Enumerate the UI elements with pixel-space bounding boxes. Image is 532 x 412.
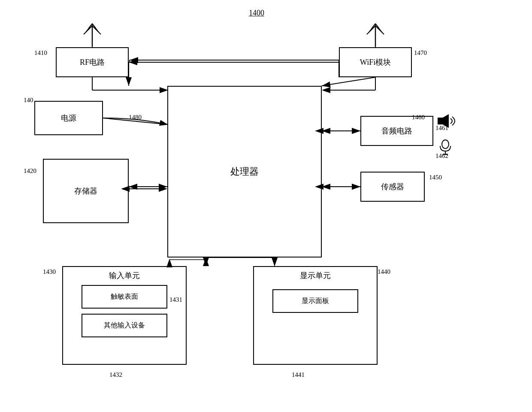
- svg-line-38: [92, 24, 99, 32]
- ref-140: 140: [24, 97, 33, 104]
- svg-line-6: [92, 26, 101, 34]
- ref-1470: 1470: [414, 49, 427, 57]
- sensor-label: 传感器: [381, 182, 404, 192]
- svg-line-37: [86, 24, 92, 32]
- svg-line-12: [371, 26, 375, 30]
- power-box: 电源: [34, 101, 103, 135]
- ref-1480: 1480: [129, 114, 142, 121]
- rf-box: RF电路: [56, 47, 129, 77]
- audio-label: 音频电路: [381, 126, 412, 136]
- svg-line-44: [372, 24, 375, 28]
- svg-rect-29: [438, 118, 443, 124]
- ref-1460: 1460: [412, 114, 425, 121]
- ref-1431: 1431: [169, 296, 182, 303]
- svg-line-40: [92, 24, 96, 28]
- ref-1462: 1462: [435, 152, 448, 160]
- processor-label: 处理器: [230, 165, 259, 178]
- svg-line-13: [375, 26, 380, 30]
- diagram-title: 1400: [249, 9, 264, 18]
- rf-label: RF电路: [80, 57, 105, 67]
- other-input-box: 其他输入设备: [82, 314, 167, 337]
- ref-1450: 1450: [429, 174, 442, 181]
- ref-1441: 1441: [292, 371, 305, 379]
- svg-line-11: [375, 26, 384, 34]
- svg-line-43: [375, 24, 382, 32]
- memory-box: 存储器: [43, 159, 129, 223]
- power-label: 电源: [61, 113, 76, 123]
- ref-1410: 1410: [34, 49, 47, 57]
- wifi-label: WiFi模块: [360, 57, 391, 67]
- display-unit-label: 显示单元: [300, 270, 331, 281]
- wifi-box: WiFi模块: [339, 47, 412, 77]
- sensor-box: 传感器: [360, 172, 425, 202]
- ref-1440: 1440: [378, 268, 390, 276]
- diagram-container: 1400 处理器 RF电路 WiFi模块 电源 存储器 音频电路 传感: [0, 0, 532, 412]
- display-panel-label: 显示面板: [302, 297, 329, 306]
- display-unit-box: 显示单元 显示面板: [253, 266, 378, 365]
- svg-line-10: [367, 26, 375, 34]
- svg-line-45: [375, 24, 379, 28]
- processor-box: 处理器: [167, 86, 322, 258]
- ref-1430: 1430: [43, 268, 56, 276]
- ref-1420: 1420: [24, 167, 36, 175]
- svg-line-7: [88, 26, 92, 30]
- svg-line-5: [84, 26, 92, 34]
- ref-1432: 1432: [109, 371, 122, 379]
- svg-line-8: [92, 26, 97, 30]
- other-input-label: 其他输入设备: [104, 321, 145, 330]
- ref-1461: 1461: [435, 124, 448, 132]
- svg-line-42: [369, 24, 375, 32]
- input-unit-box: 输入单元 触敏表面 其他输入设备: [62, 266, 187, 365]
- input-unit-label: 输入单元: [109, 270, 140, 281]
- touch-surface-box: 触敏表面: [82, 285, 167, 309]
- svg-line-39: [89, 24, 92, 28]
- display-panel-box: 显示面板: [272, 289, 358, 313]
- memory-label: 存储器: [74, 186, 97, 196]
- svg-line-15: [322, 77, 375, 86]
- svg-point-31: [442, 140, 449, 148]
- touch-surface-label: 触敏表面: [111, 292, 138, 301]
